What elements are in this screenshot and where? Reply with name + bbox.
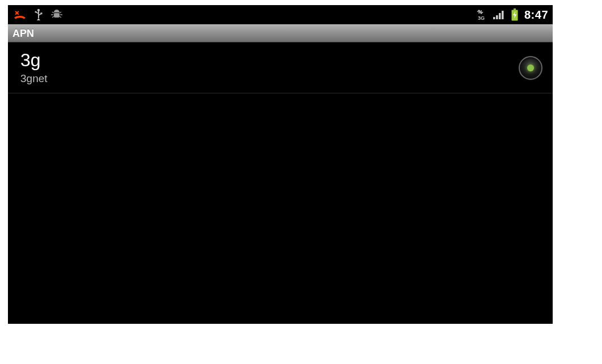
svg-rect-17 — [502, 11, 504, 19]
svg-text:3G: 3G — [478, 15, 485, 20]
status-bar-right: 3G 8:47 — [476, 8, 548, 22]
missed-call-icon — [14, 10, 26, 20]
svg-rect-3 — [41, 12, 43, 14]
svg-rect-16 — [499, 13, 501, 19]
radio-selected-icon — [527, 65, 534, 71]
apn-list: 3g 3gnet — [8, 42, 553, 93]
usb-icon — [34, 8, 43, 21]
apn-item-name: 3g — [20, 50, 48, 70]
apn-item-texts: 3g 3gnet — [20, 50, 48, 85]
network-3g-icon: 3G — [476, 9, 487, 20]
apn-item-apn: 3gnet — [20, 72, 48, 85]
status-bar[interactable]: 3G 8:47 — [8, 5, 553, 24]
svg-rect-1 — [38, 11, 39, 18]
device-screen: 3G 8:47 APN — [8, 5, 553, 324]
svg-line-7 — [60, 12, 61, 13]
battery-charging-icon — [511, 8, 519, 21]
svg-point-2 — [35, 11, 36, 12]
svg-rect-14 — [493, 17, 495, 19]
svg-line-6 — [52, 12, 54, 13]
title-bar: APN — [8, 24, 553, 42]
svg-line-8 — [52, 16, 54, 18]
svg-line-9 — [60, 16, 61, 18]
apn-radio-button[interactable] — [519, 56, 542, 80]
android-debug-icon — [51, 9, 62, 20]
svg-line-11 — [55, 10, 56, 11]
status-time: 8:47 — [524, 8, 548, 22]
svg-rect-18 — [514, 8, 516, 10]
svg-rect-10 — [54, 13, 60, 18]
svg-line-12 — [58, 10, 58, 11]
apn-list-item[interactable]: 3g 3gnet — [8, 42, 553, 93]
signal-icon — [493, 10, 505, 20]
svg-rect-15 — [496, 15, 498, 19]
page-title: APN — [12, 28, 34, 40]
status-bar-left — [12, 8, 62, 21]
